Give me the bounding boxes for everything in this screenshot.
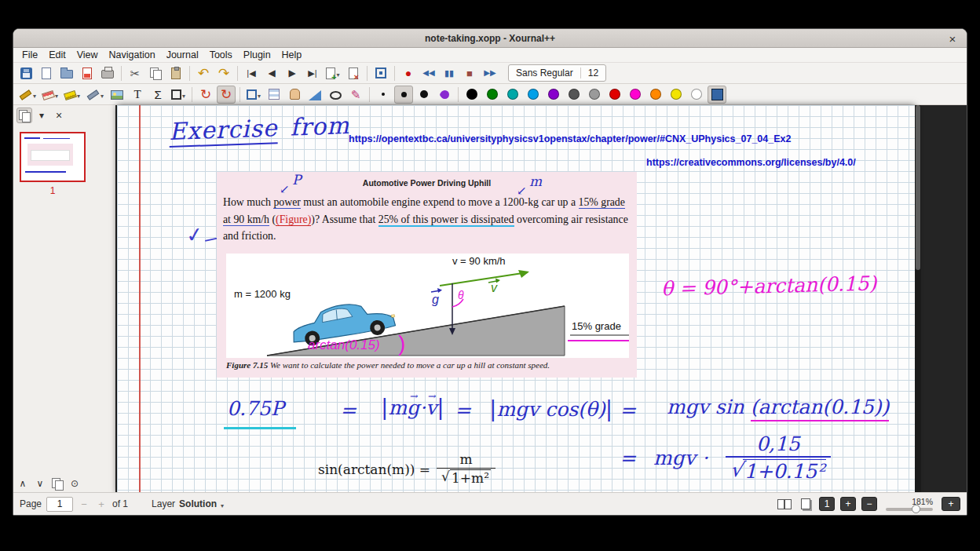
- menu-journal[interactable]: Journal: [161, 49, 204, 61]
- shape-recognizer-button[interactable]: ✎: [346, 86, 365, 104]
- color-red-button[interactable]: [605, 86, 624, 104]
- menu-help[interactable]: Help: [276, 49, 308, 61]
- equals-sign: =: [455, 399, 471, 421]
- cut-button[interactable]: ✂: [126, 64, 144, 82]
- p-label: P: [292, 172, 301, 188]
- previous-page-button[interactable]: ◀: [262, 64, 281, 82]
- zoom-fit-page-button[interactable]: −: [861, 497, 877, 511]
- color-dark-gray-button[interactable]: [565, 86, 583, 104]
- close-sidebar-button[interactable]: [51, 108, 67, 123]
- select-region-button[interactable]: [244, 86, 263, 104]
- color-gray-button[interactable]: [585, 86, 604, 104]
- text-tool-button[interactable]: T: [128, 86, 147, 104]
- two-page-layout-button[interactable]: [777, 496, 792, 512]
- preview-pane-dropdown[interactable]: ▾: [34, 108, 49, 123]
- scroll-up-button[interactable]: ∧: [15, 476, 31, 491]
- redo-button[interactable]: ↷: [214, 64, 233, 82]
- insert-image-button[interactable]: [108, 86, 126, 104]
- hand-tool-button[interactable]: [285, 86, 304, 104]
- color-black-button[interactable]: [463, 86, 481, 104]
- ruler-tool-button[interactable]: [305, 86, 324, 104]
- vertical-scrollbar[interactable]: [915, 105, 921, 494]
- exercise-seg: (: [269, 213, 276, 225]
- focus-page-button[interactable]: ⊙: [67, 476, 82, 491]
- print-button[interactable]: [98, 64, 117, 82]
- fullscreen-button[interactable]: [371, 64, 390, 82]
- first-page-button[interactable]: |◀: [242, 64, 261, 82]
- color-teal-button[interactable]: [503, 86, 522, 104]
- rewind-audio-button[interactable]: ◀◀: [419, 64, 438, 82]
- color-red-swatch: [609, 89, 620, 100]
- duplicate-page-button[interactable]: [49, 476, 65, 491]
- toolbar-tools: TΣ↻↻✎: [13, 84, 967, 105]
- font-selector-button[interactable]: Sans Regular 12: [508, 64, 606, 82]
- scroll-down-button[interactable]: ∨: [32, 476, 48, 491]
- menu-navigation[interactable]: Navigation: [104, 49, 161, 61]
- thickness-thick-button[interactable]: [415, 86, 433, 104]
- record-audio-button[interactable]: ●: [399, 64, 418, 82]
- menu-view[interactable]: View: [71, 49, 104, 61]
- rotation-snapping-button[interactable]: ↻: [196, 86, 215, 104]
- figure-link[interactable]: (Figure): [276, 213, 311, 226]
- zoom-in-button[interactable]: +: [942, 497, 960, 511]
- delete-page-button[interactable]: [344, 64, 363, 82]
- shape-tool-button[interactable]: [169, 86, 188, 104]
- color-green-button[interactable]: [483, 86, 502, 104]
- scrollbar-thumb[interactable]: [916, 105, 920, 270]
- next-page-button[interactable]: ▶: [283, 64, 302, 82]
- stop-audio-button[interactable]: ■: [460, 64, 479, 82]
- grid-snapping-button[interactable]: ↻: [217, 86, 236, 104]
- pages-icon: [19, 110, 30, 121]
- page-thumbnail[interactable]: [20, 132, 86, 182]
- page-increment-button[interactable]: +: [95, 498, 108, 511]
- color-yellow-button[interactable]: [667, 86, 686, 104]
- vertical-space-button[interactable]: [265, 86, 283, 104]
- new-file-button[interactable]: [37, 64, 56, 82]
- thickness-fine-button[interactable]: [374, 86, 393, 104]
- page-decrement-button[interactable]: −: [78, 498, 90, 511]
- license-link[interactable]: https://creativecommons.org/licenses/by/…: [646, 157, 856, 168]
- pause-audio-button[interactable]: ▮▮: [440, 64, 459, 82]
- save-button[interactable]: [16, 64, 35, 82]
- ellipse-tool-button[interactable]: [326, 86, 345, 104]
- fill-tool-button[interactable]: [435, 86, 454, 104]
- thickness-medium-button[interactable]: [394, 86, 413, 104]
- menu-plugin[interactable]: Plugin: [238, 49, 276, 61]
- forward-audio-button[interactable]: ▶▶: [481, 64, 499, 82]
- single-page-layout-button[interactable]: [798, 496, 814, 512]
- export-pdf-button[interactable]: [78, 64, 97, 82]
- color-picker-current-button[interactable]: [708, 86, 726, 104]
- columns-one-button[interactable]: 1: [819, 497, 835, 511]
- zoom-slider-handle[interactable]: [912, 505, 920, 513]
- paste-button[interactable]: [166, 64, 185, 82]
- color-magenta-button[interactable]: [626, 86, 645, 104]
- menu-tools[interactable]: Tools: [204, 49, 238, 61]
- open-folder-button[interactable]: [57, 64, 76, 82]
- color-light-blue-button[interactable]: [524, 86, 543, 104]
- eraser-tool-button[interactable]: [40, 86, 60, 104]
- document-page[interactable]: Exercisefrom https://opentextbc.ca/unive…: [117, 105, 915, 494]
- layer-selector[interactable]: Layer Solution: [152, 497, 224, 511]
- last-page-button[interactable]: ▶|: [303, 64, 322, 82]
- color-white-button[interactable]: [687, 86, 706, 104]
- pen-tool-button[interactable]: [16, 86, 38, 104]
- page-number-input[interactable]: [46, 497, 73, 512]
- new-page-after-button[interactable]: [324, 64, 342, 82]
- color-orange-button[interactable]: [646, 86, 665, 104]
- chevron-down-icon: [258, 89, 261, 100]
- copy-button[interactable]: [146, 64, 165, 82]
- color-purple-button[interactable]: [544, 86, 563, 104]
- highlighter-tool-button[interactable]: [62, 86, 82, 104]
- zoom-fit-width-button[interactable]: +: [840, 497, 856, 511]
- heading-word-exercise: Exercise: [168, 114, 278, 148]
- marker-tool-button[interactable]: [84, 86, 106, 104]
- menu-file[interactable]: File: [16, 49, 43, 61]
- math-tex-tool-button[interactable]: Σ: [148, 86, 167, 104]
- preview-pane-button[interactable]: [16, 108, 32, 123]
- menu-edit[interactable]: Edit: [43, 49, 71, 61]
- undo-button[interactable]: ↶: [194, 64, 213, 82]
- close-button[interactable]: ×: [945, 31, 960, 46]
- zoom-slider[interactable]: [886, 508, 933, 511]
- source-link[interactable]: https://opentextbc.ca/universityphysicsv…: [349, 133, 791, 144]
- sidebar-toolbar: ▾: [13, 105, 115, 126]
